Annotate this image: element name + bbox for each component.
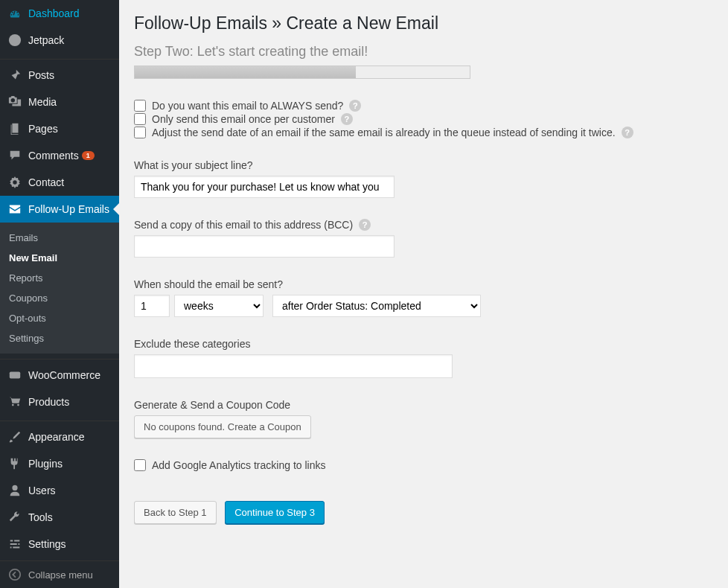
adjust-date-checkbox[interactable] [134, 127, 146, 138]
menu-label: Comments [28, 150, 79, 162]
create-coupon-button[interactable]: No coupons found. Create a Coupon [134, 415, 311, 438]
back-button[interactable]: Back to Step 1 [134, 501, 217, 524]
step-title: Step Two: Let's start creating the email… [134, 44, 713, 60]
sidebar-item-media[interactable]: Media [0, 89, 119, 115]
menu-label: Media [28, 96, 57, 108]
menu-label: WooCommerce [28, 369, 100, 381]
bcc-label: Send a copy of this email to this addres… [134, 219, 353, 231]
menu-separator [0, 418, 119, 421]
email-icon [7, 202, 22, 217]
bcc-input[interactable] [134, 235, 395, 258]
sliders-icon [7, 537, 22, 552]
sidebar-item-posts[interactable]: Posts [0, 62, 119, 89]
sidebar-item-comments[interactable]: Comments 1 [0, 142, 119, 169]
progress-bar [134, 65, 470, 79]
menu-label: Plugins [28, 458, 63, 470]
sidebar-item-plugins[interactable]: Plugins [0, 450, 119, 477]
menu-separator [0, 56, 119, 60]
once-per-customer-checkbox[interactable] [134, 113, 146, 125]
main-content: Follow-Up Emails » Create a New Email St… [119, 0, 728, 588]
page-title: Follow-Up Emails » Create a New Email [134, 13, 713, 33]
sidebar-item-products[interactable]: Products [0, 389, 119, 415]
comments-icon [7, 148, 22, 163]
menu-label: Follow-Up Emails [28, 203, 109, 215]
exclude-label: Exclude these categories [134, 338, 713, 350]
sidebar-item-tools[interactable]: Tools [0, 504, 119, 531]
menu-separator [0, 356, 119, 359]
wrench-icon [7, 510, 22, 525]
collapse-menu[interactable]: Collapse menu [0, 560, 119, 588]
help-icon[interactable]: ? [359, 219, 371, 231]
coupon-label: Generate & Send a Coupon Code [134, 399, 713, 411]
submenu-item-coupons[interactable]: Coupons [0, 288, 119, 308]
comments-badge: 1 [82, 151, 95, 160]
svg-point-2 [10, 569, 20, 580]
sidebar-item-contact[interactable]: Contact [0, 169, 119, 196]
menu-label: Dashboard [28, 7, 80, 19]
sidebar-item-settings[interactable]: Settings [0, 531, 119, 557]
woo-icon [7, 368, 22, 383]
pages-icon [7, 121, 22, 136]
pin-icon [7, 68, 22, 83]
collapse-icon [7, 567, 22, 582]
sidebar-item-jetpack[interactable]: Jetpack [0, 27, 119, 54]
menu-label: Products [28, 396, 69, 408]
user-icon [7, 483, 22, 498]
menu-label: Pages [28, 123, 58, 135]
timing-event-select[interactable]: after Order Status: Completed [272, 295, 481, 317]
always-send-label: Do you want this email to ALWAYS send? [152, 100, 343, 112]
menu-label: Posts [28, 69, 54, 81]
once-per-customer-label: Only send this email once per customer [152, 113, 335, 125]
menu-label: Users [28, 485, 56, 496]
menu-label: Appearance [28, 431, 85, 443]
submenu-item-optouts[interactable]: Opt-outs [0, 308, 119, 328]
sidebar-item-woocommerce[interactable]: WooCommerce [0, 362, 119, 389]
collapse-label: Collapse menu [28, 569, 93, 581]
help-icon[interactable]: ? [341, 113, 353, 125]
always-send-checkbox[interactable] [134, 100, 146, 112]
timing-number-input[interactable] [134, 295, 170, 317]
adjust-date-label: Adjust the send date of an email if the … [152, 127, 616, 138]
dashboard-icon [7, 6, 22, 21]
followup-submenu: Emails New Email Reports Coupons Opt-out… [0, 223, 119, 354]
submenu-item-new-email[interactable]: New Email [0, 248, 119, 268]
sidebar-item-pages[interactable]: Pages [0, 115, 119, 142]
menu-label: Jetpack [28, 34, 64, 46]
continue-button[interactable]: Continue to Step 3 [225, 501, 325, 524]
sidebar-item-dashboard[interactable]: Dashboard [0, 0, 119, 27]
sidebar-item-followup-emails[interactable]: Follow-Up Emails [0, 196, 119, 223]
menu-label: Settings [28, 538, 66, 550]
submenu-item-emails[interactable]: Emails [0, 228, 119, 248]
jetpack-icon [7, 33, 22, 48]
gear-icon [7, 175, 22, 190]
plug-icon [7, 456, 22, 471]
submenu-item-reports[interactable]: Reports [0, 268, 119, 288]
help-icon[interactable]: ? [349, 100, 361, 112]
help-icon[interactable]: ? [622, 127, 633, 138]
svg-rect-1 [10, 372, 20, 379]
ga-tracking-label: Add Google Analytics tracking to links [152, 459, 325, 471]
ga-tracking-checkbox[interactable] [134, 459, 146, 471]
timing-label: When should the email be sent? [134, 278, 713, 290]
subject-input[interactable] [134, 176, 395, 198]
menu-label: Contact [28, 176, 64, 188]
timing-unit-select[interactable]: weeks [174, 295, 264, 317]
menu-label: Tools [28, 511, 53, 523]
admin-sidebar: Dashboard Jetpack Posts Media Pages Comm… [0, 0, 119, 588]
media-icon [7, 95, 22, 109]
submenu-item-settings[interactable]: Settings [0, 328, 119, 348]
sidebar-item-users[interactable]: Users [0, 477, 119, 504]
cart-icon [7, 394, 22, 409]
svg-point-0 [9, 34, 21, 46]
brush-icon [7, 429, 22, 444]
progress-fill [135, 66, 356, 78]
exclude-categories-input[interactable] [134, 354, 453, 378]
subject-label: What is your subject line? [134, 159, 713, 171]
sidebar-item-appearance[interactable]: Appearance [0, 424, 119, 450]
